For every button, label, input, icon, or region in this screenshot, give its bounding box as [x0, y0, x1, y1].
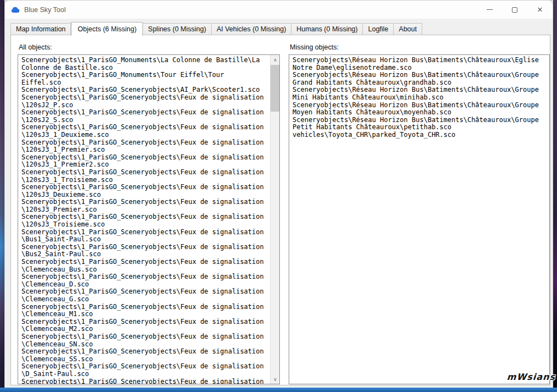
maximize-icon — [512, 7, 517, 13]
list-item[interactable]: Sceneryobjects\1_ParisGO_Sceneryobjects\… — [21, 154, 265, 169]
cloud-icon — [10, 6, 20, 14]
list-item[interactable]: Sceneryobjects\1_ParisGO_Sceneryobjects\… — [21, 124, 265, 139]
scroll-down-icon[interactable]: ∨ — [271, 374, 280, 384]
tab-logfile[interactable]: Logfile — [363, 23, 394, 35]
tab-objects-6-missing[interactable]: Objects (6 Missing) — [71, 22, 143, 36]
minimize-icon — [487, 9, 493, 10]
list-item[interactable]: vehicles\Toyota_CHR\parked_Toyota_CHR.sc… — [293, 131, 544, 139]
all-objects-list: Sceneryobjects\1_ParisGO_Monuments\La Co… — [18, 55, 270, 384]
list-item[interactable]: Sceneryobjects\1_ParisGO_Sceneryobjects\… — [21, 244, 265, 258]
list-item[interactable]: Sceneryobjects\1_ParisGO_Sceneryobjects\… — [21, 318, 265, 333]
list-item[interactable]: Sceneryobjects\1_ParisGO_Sceneryobjects\… — [21, 229, 265, 244]
list-item[interactable]: Sceneryobjects\1_ParisGO_Sceneryobjects\… — [21, 258, 265, 273]
list-item[interactable]: Sceneryobjects\1_ParisGO_Sceneryobjects\… — [21, 378, 265, 384]
list-item[interactable]: Sceneryobjects\1_ParisGO_Sceneryobjects\… — [21, 184, 265, 198]
objects-tab-page: All objects: Missing objects: Sceneryobj… — [10, 35, 550, 385]
list-item[interactable]: Sceneryobjects\1_ParisGO_Sceneryobjects\… — [21, 213, 265, 228]
list-item[interactable]: Sceneryobjects\1_ParisGO_Sceneryobjects\… — [21, 333, 265, 348]
list-item[interactable]: Sceneryobjects\1_ParisGO_Sceneryobjects\… — [21, 288, 265, 303]
tab-about[interactable]: About — [394, 23, 422, 35]
list-item[interactable]: Sceneryobjects\1_ParisGO_Sceneryobjects\… — [21, 139, 265, 154]
desktop-edge-left — [0, 0, 4, 392]
list-item[interactable]: Sceneryobjects\1_ParisGO_Sceneryobjects\… — [21, 273, 265, 288]
missing-objects-listbox[interactable]: Sceneryobjects\Réseau Horizon Bus\Batime… — [289, 54, 550, 384]
list-item[interactable]: Sceneryobjects\Réseau Horizon Bus\Batime… — [293, 117, 544, 131]
scroll-up-icon[interactable]: ∧ — [271, 55, 280, 64]
minimize-button[interactable] — [477, 1, 502, 19]
list-item[interactable]: Sceneryobjects\1_ParisGO_Sceneryobjects\… — [21, 169, 265, 184]
tab-splines-0-missing[interactable]: Splines (0 Missing) — [143, 23, 212, 35]
scrollbar-thumb[interactable] — [271, 65, 280, 112]
list-item[interactable]: Sceneryobjects\1_ParisGO_Sceneryobjects\… — [21, 303, 265, 318]
list-item[interactable]: Sceneryobjects\Réseau Horizon Bus\Batime… — [293, 86, 544, 101]
list-item[interactable]: Sceneryobjects\Réseau Horizon Bus\Batime… — [293, 57, 544, 71]
tab-map-information[interactable]: Map Information — [10, 23, 71, 35]
all-objects-scrollbar[interactable]: ∧ ∨ — [270, 55, 279, 384]
list-item[interactable]: Sceneryobjects\Réseau Horizon Bus\Batime… — [293, 71, 544, 86]
watermark: mWsians — [506, 372, 555, 382]
missing-objects-label: Missing objects: — [290, 43, 339, 51]
list-item[interactable]: Sceneryobjects\Réseau Horizon Bus\Batime… — [293, 102, 544, 117]
titlebar: Blue Sky Tool ✕ — [5, 1, 553, 19]
all-objects-listbox[interactable]: Sceneryobjects\1_ParisGO_Monuments\La Co… — [18, 54, 280, 384]
tab-humans-0-missing[interactable]: Humans (0 Missing) — [291, 23, 363, 35]
close-button[interactable]: ✕ — [527, 1, 553, 19]
close-icon: ✕ — [537, 5, 543, 14]
tab-bar: Map InformationObjects (6 Missing)Spline… — [10, 21, 422, 35]
list-item[interactable]: Sceneryobjects\1_ParisGO_Monuments\Tour … — [21, 71, 265, 86]
list-item[interactable]: Sceneryobjects\1_ParisGO_Monuments\La Co… — [21, 57, 265, 71]
list-item[interactable]: Sceneryobjects\1_ParisGO_Sceneryobjects\… — [21, 86, 265, 94]
caption-buttons: ✕ — [477, 1, 553, 19]
list-item[interactable]: Sceneryobjects\1_ParisGO_Sceneryobjects\… — [21, 94, 265, 109]
list-item[interactable]: Sceneryobjects\1_ParisGO_Sceneryobjects\… — [21, 363, 265, 378]
list-item[interactable]: Sceneryobjects\1_ParisGO_Sceneryobjects\… — [21, 109, 265, 124]
list-item[interactable]: Sceneryobjects\1_ParisGO_Sceneryobjects\… — [21, 198, 265, 213]
maximize-button[interactable] — [502, 1, 527, 19]
screen: Blue Sky Tool ✕ Map InformationObjects (… — [0, 0, 557, 392]
app-window: Blue Sky Tool ✕ Map InformationObjects (… — [4, 0, 553, 388]
list-item[interactable]: Sceneryobjects\1_ParisGO_Sceneryobjects\… — [21, 348, 265, 363]
tab-ai-vehicles-0-missing[interactable]: AI Vehicles (0 Missing) — [212, 23, 291, 35]
window-title: Blue Sky Tool — [24, 6, 66, 14]
missing-objects-list: Sceneryobjects\Réseau Horizon Bus\Batime… — [289, 55, 549, 384]
taskbar-edge — [0, 388, 557, 392]
all-objects-label: All objects: — [19, 43, 52, 51]
desktop-edge-right — [553, 0, 557, 392]
